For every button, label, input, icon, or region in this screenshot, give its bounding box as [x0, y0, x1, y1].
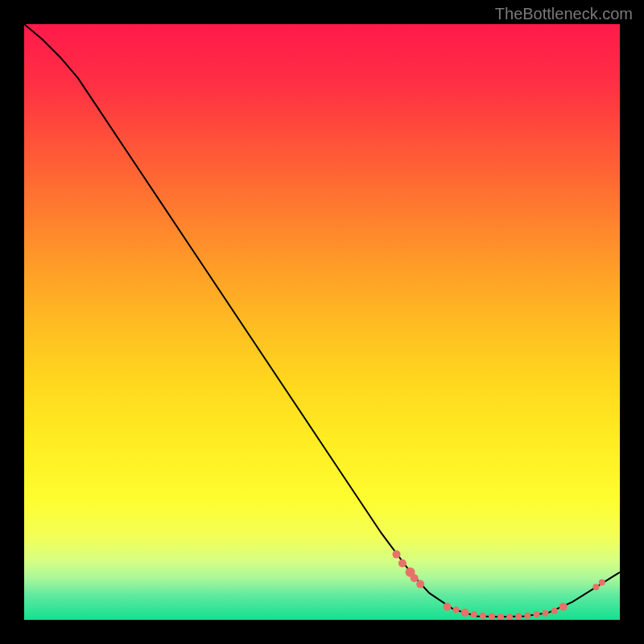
data-point	[489, 613, 495, 620]
data-point	[416, 580, 424, 588]
gradient-background	[24, 24, 620, 620]
data-point	[480, 613, 486, 619]
data-point	[524, 613, 530, 619]
chart-container: TheBottleneck.com	[0, 0, 644, 644]
data-point	[559, 603, 568, 611]
data-point	[443, 603, 451, 611]
data-point	[515, 613, 522, 620]
data-point	[551, 608, 558, 614]
data-point	[471, 611, 477, 617]
data-point	[497, 613, 504, 620]
data-point	[411, 574, 419, 582]
plot-area	[24, 24, 620, 620]
data-point	[506, 613, 513, 620]
data-point	[453, 606, 460, 613]
data-point	[599, 579, 605, 585]
data-point	[543, 610, 549, 617]
watermark-text: TheBottleneck.com	[495, 5, 633, 23]
data-point	[398, 559, 407, 568]
data-point	[592, 584, 599, 590]
chart-svg	[24, 24, 620, 620]
data-point	[533, 611, 539, 617]
data-point	[393, 551, 401, 559]
data-point	[461, 609, 469, 617]
